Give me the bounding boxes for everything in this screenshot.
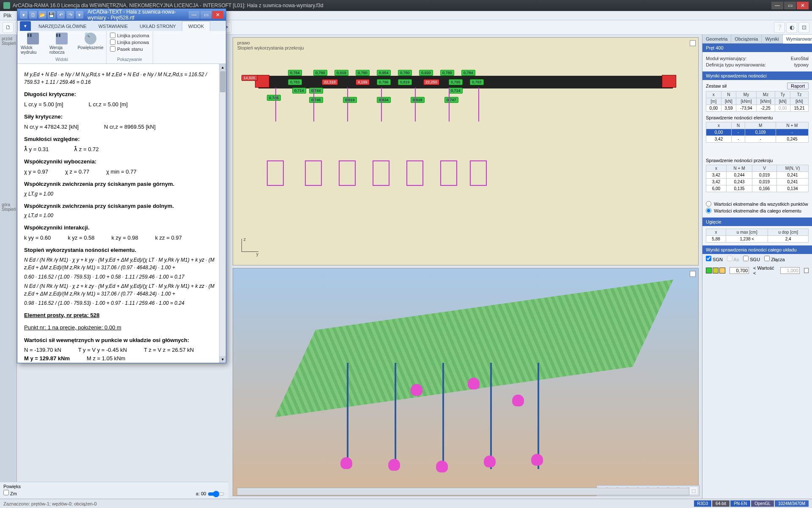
minimize-button[interactable]: — (771, 2, 783, 9)
threshold-high[interactable] (780, 267, 800, 274)
ratio-tag: 0,780 (398, 70, 412, 76)
expand-icon[interactable] (690, 40, 696, 46)
app-title: ArCADia-RAMA 16.0 Licencja dla WEWNĘTRZN… (13, 3, 323, 8)
ratio-tag: 0,714 (449, 88, 463, 94)
raport-button[interactable]: Raport (787, 83, 809, 89)
ratio-tag: 0,920 (419, 70, 433, 76)
qat-open[interactable]: 📂 (38, 11, 46, 19)
ratio-tag: 0,780 (313, 70, 327, 76)
qat-redo[interactable]: ↷ (66, 11, 74, 19)
ratio-tag: 0,714 (292, 88, 306, 94)
view-2d[interactable]: prawo Stopień wykorzystania przekroju 0,… (233, 37, 699, 265)
chk-sgn[interactable]: SGN (706, 256, 723, 262)
ratio-tag-over: 4,189 (356, 79, 370, 85)
chk-pasek-stanu[interactable]: Pasek stanu (110, 46, 149, 52)
chk-zlacza[interactable]: Złącza (764, 256, 785, 262)
wsn-header: Wyniki sprawdzenia nośności (702, 72, 812, 80)
ratio-tag: 0,780 (440, 70, 454, 76)
tab-obciazenia[interactable]: Obciążenia (731, 35, 762, 43)
ratio-tag-over: 22,318 (322, 79, 338, 85)
ratio-tag: 0,784 (461, 70, 475, 76)
rtf-window: ▾ 🗋 📂 💾 ↶ ↷ ▾ ArCADia-TEXT - Hala z suwn… (17, 8, 226, 363)
badge-r3d3: R3D3 (694, 500, 712, 507)
sne-label: Sprawdzenie nośności elementu (706, 115, 809, 120)
zestaw-label: Zestaw sił (706, 83, 727, 88)
def-label: Definicja typu wymiarowania: (706, 62, 766, 67)
qat-menu[interactable]: ▾ (20, 11, 27, 19)
rtf-ribbon: ▮▮Widok wydruku ▮▮Wersja robocza 🔍Powięk… (17, 31, 226, 64)
ratio-tag: 0,819 (343, 97, 357, 103)
rtf-tab-insert[interactable]: WSTAWIANIE (93, 22, 134, 31)
tab-wyniki[interactable]: Wyniki (762, 35, 782, 43)
ratio-tag-over: 22,250 (423, 79, 439, 85)
tab-wymiarowanie[interactable]: Wymiarowanie (783, 35, 812, 44)
view-3d[interactable] (233, 268, 699, 496)
ratio-tag: 0,780 (356, 70, 370, 76)
rtf-scrollbar[interactable]: ▴▾ (219, 64, 226, 363)
ratio-tag: 0,746 (309, 97, 323, 103)
chk-as[interactable]: As (727, 256, 739, 262)
qat-new[interactable]: 🗋 (29, 11, 37, 19)
rtf-file-tab[interactable]: ▾ (20, 21, 31, 31)
rtf-tab-main[interactable]: NARZĘDZIA GŁÓWNE (33, 22, 93, 31)
right-tabs: Geometria Obciążenia Wyniki Wymiarowanie (702, 35, 812, 44)
ratio-tag: 0,918 (411, 97, 425, 103)
ratio-tag: 0,747 (444, 97, 458, 103)
rtf-tab-view[interactable]: WIDOK (182, 21, 210, 31)
chk-sgu[interactable]: SGU (743, 256, 760, 262)
right-panel: Geometria Obciążenia Wyniki Wymiarowanie… (702, 35, 812, 499)
pret-header: Pręt 400 (702, 44, 812, 52)
status-bar: Zaznaczono: prętów-1; węzłów-0; obciążen… (0, 499, 812, 508)
qat-save[interactable]: 💾 (48, 11, 55, 19)
wsncu-header: Wyniki sprawdzenia nośności całego układ… (702, 246, 812, 254)
snp-label: Sprawdzenie nośności przekroju (706, 158, 809, 163)
ratio-tag: 0,796 (377, 79, 391, 85)
ratio-tag: 0,919 (335, 70, 348, 76)
rtf-tab-layout[interactable]: UKŁAD STRONY (134, 22, 182, 31)
rtf-document[interactable]: M y,Ed + N Ed · e Ny / M N,y,Rd,s + M z,… (17, 64, 226, 363)
rtf-title: ArCADia-TEXT - Hala z suwnica-nowa-wymia… (88, 9, 189, 21)
chk-linijka-pionowa[interactable]: Linijka pionowa (110, 39, 149, 45)
chk-linijka-pozioma[interactable]: Linijka pozioma (110, 33, 149, 38)
ratio-tag: 0,783 (470, 79, 484, 85)
selection-status: Zaznaczono: prętów-1; węzłów-0; obciążen… (3, 501, 97, 506)
group-widoki: Widoki (21, 57, 103, 62)
ratio-tag: 0,784 (288, 70, 302, 76)
legend-red (804, 268, 809, 273)
tb-new[interactable]: 🗋 (3, 22, 14, 33)
maximize-button[interactable]: ▭ (784, 2, 796, 9)
qat-undo[interactable]: ↶ (57, 11, 65, 19)
opt-all-points[interactable]: Wartości ekstremalne dla wszystkich punk… (706, 201, 809, 207)
badge-pn: PN-EN (730, 500, 750, 507)
ratio-tag-over: 14,926 (241, 75, 258, 81)
scale-slider[interactable] (208, 491, 225, 497)
close-button[interactable]: ✕ (797, 2, 809, 9)
chk-zm[interactable] (3, 490, 9, 495)
btn-powiekszenie[interactable]: 🔍Powiększenie (78, 33, 103, 50)
tb-r1[interactable]: ❔ (774, 22, 785, 33)
vc-10[interactable]: ⬚ (689, 486, 698, 495)
rtf-titlebar[interactable]: ▾ 🗋 📂 💾 ↶ ↷ ▾ ArCADia-TEXT - Hala z suwn… (17, 9, 226, 21)
rtf-max[interactable]: ▭ (200, 11, 211, 19)
tb-r3[interactable]: ⊡ (798, 22, 809, 33)
threshold-low[interactable] (730, 267, 749, 274)
badge-gl: OpenGL (751, 500, 774, 507)
expand-icon[interactable] (690, 271, 696, 277)
btn-widok-wydruku[interactable]: ▮▮Widok wydruku (21, 33, 45, 55)
left-margin: przódStopień góraStopień (0, 35, 17, 499)
qat-more[interactable]: ▾ (76, 11, 83, 19)
rtf-close[interactable]: ✕ (212, 11, 223, 19)
badge-bit: 64-bit (712, 500, 730, 507)
rtf-min[interactable]: — (189, 11, 200, 19)
forces-table: xNMyMzTyTz [m][kN][kNm][kNm][kN][kN] 0,0… (706, 91, 809, 112)
ugiecie-header: Ugięcie (702, 218, 812, 226)
btn-wersja-robocza[interactable]: ▮▮Wersja robocza (49, 33, 74, 55)
badge-mem: 1024M/3470M (775, 500, 809, 507)
opt-whole-element[interactable]: Wartości ekstremalne dla całego elementu (706, 208, 809, 213)
ratio-tag: 0,819 (398, 79, 412, 85)
scale-label: a: 00 (196, 491, 206, 496)
h-scrollbar[interactable] (237, 488, 689, 495)
tb-r2[interactable]: ◐ (786, 22, 797, 33)
menu-plik[interactable]: Plik (3, 13, 11, 19)
tab-geometria[interactable]: Geometria (702, 35, 731, 43)
